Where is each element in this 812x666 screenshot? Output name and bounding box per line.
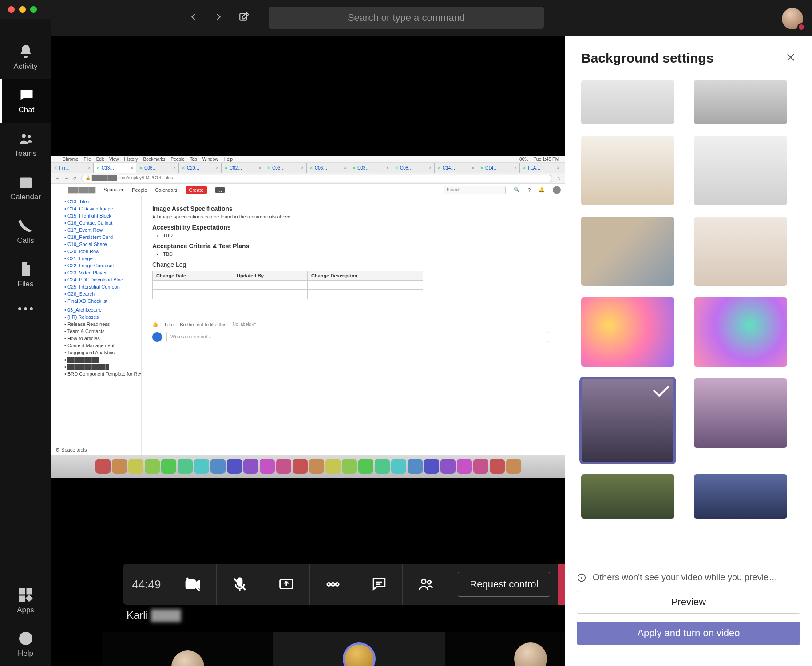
toggle-camera-button[interactable] [170,564,217,605]
background-thumbnail-grid [565,72,812,564]
share-screen-button[interactable] [263,564,310,605]
panel-title: Background settings [581,51,713,66]
changelog-table: Change DateUpdated ByChange Description [152,271,423,299]
shared-screen-content: ChromeFileEditViewHistoryBookmarksPeople… [51,156,565,478]
presence-busy-icon [797,23,805,31]
forward-icon[interactable] [214,12,223,24]
rail-activity[interactable]: Activity [0,36,51,79]
presenter-name-label: Karli ████ [127,609,181,622]
background-option[interactable] [581,474,674,519]
app-rail: Activity Chat Teams Calendar Calls Files… [0,19,51,666]
rail-files[interactable]: Files [0,253,51,297]
rail-more-icon[interactable] [18,297,33,321]
background-option[interactable] [581,378,674,463]
participant-tile[interactable] [102,632,273,666]
browser-tab: ✕C13…× [94,163,136,173]
request-control-button[interactable]: Request control [458,572,550,597]
history-nav [189,11,250,24]
svg-point-13 [327,583,330,586]
rail-apps[interactable]: Apps [0,579,51,622]
compose-icon[interactable] [238,11,250,24]
background-option[interactable] [694,297,787,367]
browser-tabs: ✕Fin…×✕C13…×✕C06…×✕C20…×✕C02…×✕C03…×✕C06… [51,163,565,173]
participant-roster: Karli █████ Michael ████ [102,632,616,666]
show-participants-button[interactable] [403,564,449,605]
browser-tab: ✕C03…× [349,163,392,173]
svg-point-1 [22,134,26,138]
avatar [171,650,204,666]
rail-help[interactable]: Help [0,622,51,666]
background-option[interactable] [581,80,674,124]
svg-point-14 [331,583,334,586]
preview-button[interactable]: Preview [577,591,800,614]
toggle-mic-button[interactable] [217,564,263,605]
browser-tab: ✕C14…× [477,163,520,173]
browser-tab: ✕C03…× [264,163,307,173]
page-tree: • C13_Tiles• C14_CTA with Image• C15_Hig… [51,196,142,456]
svg-rect-4 [20,589,24,594]
preview-info: Others won't see your video while you pr… [577,572,800,583]
more-actions-button[interactable] [310,564,356,605]
command-search[interactable]: Search or type a command [269,7,544,29]
svg-point-15 [336,583,339,586]
browser-tab: ✕FLA…× [520,163,562,173]
show-chat-button[interactable] [356,564,403,605]
meeting-toolbar: 44:49 Request control [123,564,595,605]
background-option[interactable] [581,136,674,205]
rail-calls[interactable]: Calls [0,210,51,253]
browser-urlbar: ←→⟳ 🔒 ████████.com/display/FML/C13_Tiles… [51,173,565,184]
svg-point-2 [27,135,30,138]
browser-tab: ✕C08…× [392,163,435,173]
background-option[interactable] [581,297,674,367]
background-option[interactable] [694,474,787,519]
background-option[interactable] [581,217,674,286]
browser-tab: ✕C02…× [222,163,264,173]
back-icon[interactable] [189,12,198,24]
svg-point-19 [428,580,432,584]
apply-background-button[interactable]: Apply and turn on video [577,622,800,645]
background-option[interactable] [694,378,787,448]
confluence-topnav: ☰████████ Spaces ▾PeopleCalendars Create… [51,184,565,196]
traffic-light-close[interactable] [8,6,15,13]
avatar [343,642,376,666]
svg-rect-5 [27,589,32,594]
svg-point-18 [422,579,426,584]
avatar [514,642,547,666]
background-settings-panel: Background settings Others won't see you… [565,36,812,666]
background-option[interactable] [694,217,787,286]
browser-tab: ✕Fin…× [51,163,94,173]
browser-tab: ✕C20…× [179,163,222,173]
participant-tile[interactable]: Karli █████ [273,632,445,666]
app-header: Search or type a command [51,0,812,36]
traffic-light-minimize[interactable] [19,6,26,13]
rail-chat[interactable]: Chat [0,79,51,123]
browser-tab: ✕C14…× [435,163,477,173]
rail-teams[interactable]: Teams [0,123,51,166]
confluence-search [444,186,506,194]
browser-tab: ✕C06…× [136,163,179,173]
close-panel-button[interactable] [785,52,796,64]
mac-dock [51,455,565,478]
svg-rect-3 [20,178,32,188]
svg-rect-6 [20,596,24,601]
call-duration: 44:49 [123,564,170,605]
background-option[interactable] [694,80,787,124]
rail-calendar[interactable]: Calendar [0,166,51,210]
mac-menubar: ChromeFileEditViewHistoryBookmarksPeople… [51,156,565,163]
traffic-light-zoom[interactable] [30,6,37,13]
page-content: Image Asset Specifications All image spe… [142,196,565,456]
background-option[interactable] [694,136,787,205]
meeting-stage: ChromeFileEditViewHistoryBookmarksPeople… [51,36,565,666]
request-control-cell: Request control [449,564,558,605]
browser-tab: ✕C06…× [307,163,349,173]
